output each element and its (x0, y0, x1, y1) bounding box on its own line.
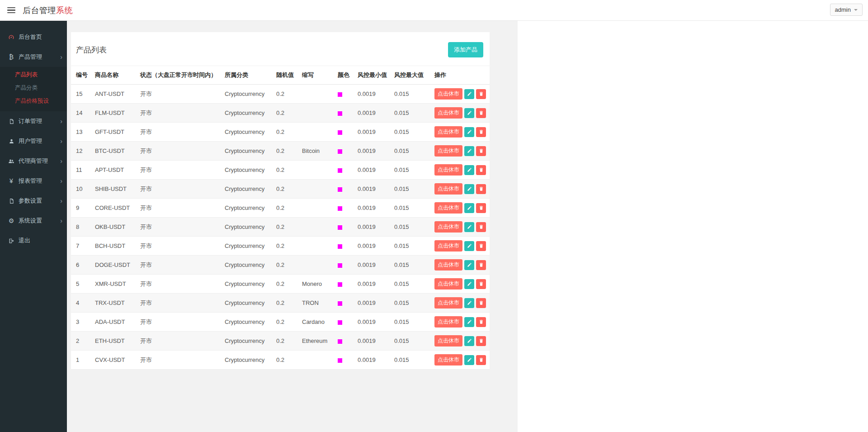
main-content: 产品列表 添加产品 编号 商品名称 状态（大盘正常开市时间内） (67, 21, 868, 432)
edit-button[interactable] (464, 184, 474, 194)
menu-toggle-icon[interactable] (6, 5, 16, 15)
cell-risk-max: 0.015 (391, 332, 431, 351)
sidebar-item-agents[interactable]: 代理商管理 › (0, 151, 67, 171)
sidebar-item-users[interactable]: 用户管理 › (0, 131, 67, 151)
delete-button[interactable] (476, 241, 486, 251)
delete-button[interactable] (476, 222, 486, 232)
edit-button[interactable] (464, 336, 474, 346)
close-market-button[interactable]: 点击休市 (434, 221, 462, 233)
cell-name: BCH-USDT (91, 237, 137, 256)
delete-button[interactable] (476, 203, 486, 213)
sidebar-item-product-list[interactable]: 产品列表 (0, 68, 67, 81)
edit-button[interactable] (464, 165, 474, 175)
cell-risk-min: 0.0019 (354, 123, 391, 142)
cell-random-value: 0.2 (273, 294, 298, 313)
cell-abbreviation (298, 199, 334, 218)
sidebar-item-product-price-preset[interactable]: 产品价格预设 (0, 95, 67, 108)
cell-color (334, 256, 354, 275)
edit-button[interactable] (464, 203, 474, 213)
close-market-button[interactable]: 点击休市 (434, 354, 462, 366)
logout-icon (6, 238, 16, 244)
delete-button[interactable] (476, 317, 486, 327)
cell-random-value: 0.2 (273, 332, 298, 351)
edit-button[interactable] (464, 241, 474, 251)
delete-button[interactable] (476, 146, 486, 156)
close-market-button[interactable]: 点击休市 (434, 145, 462, 157)
edit-button[interactable] (464, 127, 474, 137)
delete-button[interactable] (476, 279, 486, 289)
sidebar-item-orders[interactable]: 订单管理 › (0, 111, 67, 131)
submenu-item-label: 产品价格预设 (15, 97, 49, 105)
user-menu[interactable]: admin (830, 4, 863, 16)
cell-name: CORE-USDT (91, 199, 137, 218)
cell-id: 1 (71, 351, 91, 370)
trash-icon (479, 224, 484, 229)
cell-actions: 点击休市 (431, 104, 490, 123)
trash-icon (479, 110, 484, 115)
delete-button[interactable] (476, 298, 486, 308)
edit-button[interactable] (464, 89, 474, 99)
delete-button[interactable] (476, 127, 486, 137)
sidebar-item-products[interactable]: ₿ 产品管理 › (0, 47, 67, 67)
edit-button[interactable] (464, 279, 474, 289)
edit-button[interactable] (464, 108, 474, 118)
close-market-button[interactable]: 点击休市 (434, 164, 462, 176)
dashboard-icon (6, 34, 16, 40)
edit-button[interactable] (464, 317, 474, 327)
table-row: 10 SHIB-USDT 开市 Cryptocurrency 0.2 0.001… (71, 180, 490, 199)
cell-risk-max: 0.015 (391, 313, 431, 332)
close-market-button[interactable]: 点击休市 (434, 297, 462, 309)
cell-random-value: 0.2 (273, 161, 298, 180)
delete-button[interactable] (476, 260, 486, 270)
close-market-button[interactable]: 点击休市 (434, 240, 462, 252)
table-row: 15 ANT-USDT 开市 Cryptocurrency 0.2 0.0019… (71, 85, 490, 104)
trash-icon (479, 338, 484, 343)
color-swatch (338, 111, 342, 116)
close-market-button[interactable]: 点击休市 (434, 107, 462, 119)
delete-button[interactable] (476, 355, 486, 365)
sidebar-item-params[interactable]: 参数设置 › (0, 191, 67, 211)
product-table-body: 15 ANT-USDT 开市 Cryptocurrency 0.2 0.0019… (71, 85, 490, 370)
close-market-button[interactable]: 点击休市 (434, 126, 462, 138)
cell-category: Cryptocurrency (221, 351, 273, 370)
sidebar-item-dashboard[interactable]: 后台首页 (0, 27, 67, 47)
edit-button[interactable] (464, 146, 474, 156)
sidebar-item-product-category[interactable]: 产品分类 (0, 81, 67, 95)
column-header: 编号 (71, 66, 91, 85)
cell-risk-min: 0.0019 (354, 180, 391, 199)
sidebar-item-settings[interactable]: ⚙ 系统设置 › (0, 211, 67, 231)
cell-name: DOGE-USDT (91, 256, 137, 275)
edit-button[interactable] (464, 355, 474, 365)
sidebar-item-reports[interactable]: ¥ 报表管理 › (0, 171, 67, 191)
close-market-button[interactable]: 点击休市 (434, 259, 462, 271)
cell-status: 开市 (137, 180, 221, 199)
close-market-button[interactable]: 点击休市 (434, 88, 462, 100)
sidebar-item-label: 退出 (19, 237, 30, 245)
close-market-button[interactable]: 点击休市 (434, 316, 462, 328)
edit-button[interactable] (464, 260, 474, 270)
trash-icon (479, 129, 484, 134)
close-market-button[interactable]: 点击休市 (434, 278, 462, 290)
cell-random-value: 0.2 (273, 256, 298, 275)
delete-button[interactable] (476, 89, 486, 99)
add-product-button[interactable]: 添加产品 (448, 42, 483, 57)
pencil-icon (467, 129, 472, 134)
cell-status: 开市 (137, 218, 221, 237)
delete-button[interactable] (476, 336, 486, 346)
cell-name: APT-USDT (91, 161, 137, 180)
delete-button[interactable] (476, 108, 486, 118)
content-area: 产品列表 添加产品 编号 商品名称 状态（大盘正常开市时间内） (67, 21, 518, 432)
close-market-button[interactable]: 点击休市 (434, 335, 462, 347)
cell-risk-max: 0.015 (391, 275, 431, 294)
delete-button[interactable] (476, 184, 486, 194)
delete-button[interactable] (476, 165, 486, 175)
trash-icon (479, 186, 484, 191)
edit-button[interactable] (464, 222, 474, 232)
sidebar-item-logout[interactable]: 退出 (0, 231, 67, 251)
pencil-icon (467, 357, 472, 362)
close-market-button[interactable]: 点击休市 (434, 183, 462, 195)
cell-risk-min: 0.0019 (354, 199, 391, 218)
edit-button[interactable] (464, 298, 474, 308)
close-market-button[interactable]: 点击休市 (434, 202, 462, 214)
cell-status: 开市 (137, 123, 221, 142)
